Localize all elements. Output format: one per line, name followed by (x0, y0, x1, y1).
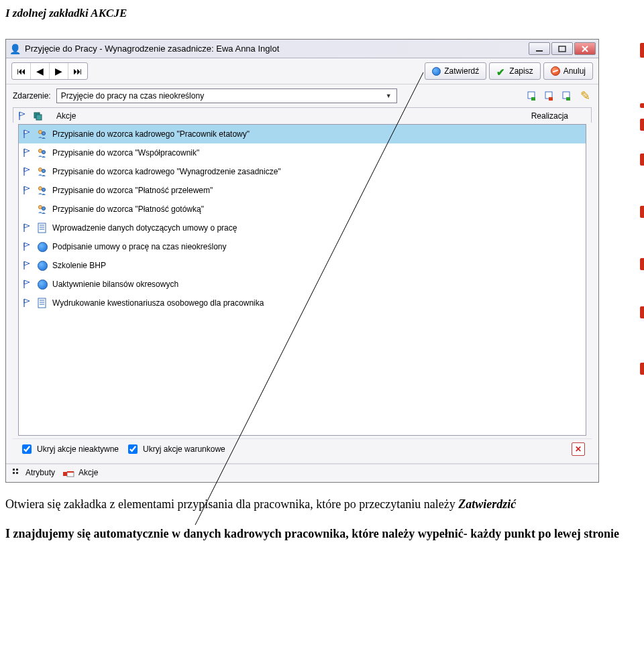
action-row[interactable]: Uaktywnienie bilansów okresowych (19, 275, 586, 294)
info-icon (36, 259, 48, 271)
action-row[interactable]: Przypisanie do wzorca kadrowego "Wynagro… (19, 162, 586, 181)
window-control-buttons (529, 42, 596, 55)
svg-rect-40 (13, 469, 15, 471)
remove-event-icon[interactable] (543, 89, 557, 103)
bottom-options: Ukryj akcje nieaktywne Ukryj akcje warun… (13, 438, 592, 459)
svg-point-14 (38, 130, 42, 133)
confirm-button[interactable]: Zatwierdź (425, 62, 486, 80)
close-button[interactable] (574, 42, 596, 55)
tab-atrybuty[interactable]: Atrybuty (11, 467, 55, 478)
hide-inactive-checkbox[interactable]: Ukryj akcje nieaktywne (19, 442, 119, 456)
action-row[interactable]: Przypisanie do wzorca "Współpracownik" (19, 143, 586, 162)
right-red-markers (640, 43, 644, 375)
nav-next-button[interactable]: ▶ (50, 63, 68, 79)
action-row[interactable]: Przypisanie do wzorca "Płatność gotówką" (19, 200, 586, 219)
action-label: Podpisanie umowy o pracę na czas nieokre… (51, 242, 226, 251)
svg-rect-43 (16, 472, 18, 474)
svg-rect-1 (559, 46, 566, 52)
action-label: Przypisanie do wzorca "Płatność gotówką" (51, 204, 204, 214)
document-icon (36, 297, 48, 309)
event-label: Zdarzenie: (13, 91, 51, 101)
list-header: Akcje Realizacja (13, 107, 592, 123)
action-label: Szkolenie BHP (51, 261, 106, 270)
flag-header-icon (17, 111, 28, 121)
action-row[interactable]: Wprowadzenie danych dotyczących umowy o … (19, 219, 586, 237)
flag-icon (21, 259, 34, 271)
people-icon (36, 203, 48, 215)
flag-icon (21, 222, 34, 234)
tab-akcje-label: Akcje (78, 468, 98, 477)
window-title: Przyjęcie do Pracy - Wynagrodzenie zasad… (25, 44, 529, 54)
people-icon (36, 147, 48, 159)
svg-rect-5 (531, 97, 535, 101)
copy-event-icon[interactable] (561, 89, 574, 103)
edit-event-icon[interactable]: ✎ (578, 89, 592, 103)
action-row[interactable]: Wydrukowanie kwestionariusza osobowego d… (19, 294, 586, 312)
bottom-tabs: Atrybuty Akcje (6, 464, 598, 482)
flag-icon (21, 128, 34, 140)
event-dropdown[interactable]: ▼ (56, 88, 397, 103)
svg-point-21 (42, 169, 45, 172)
tab-atrybuty-label: Atrybuty (25, 468, 55, 477)
app-icon: 👤 (9, 43, 21, 55)
svg-point-26 (42, 206, 45, 210)
action-row[interactable]: Szkolenie BHP (19, 256, 586, 275)
hide-conditional-input[interactable] (128, 444, 138, 454)
event-tool-icons: ✎ (526, 89, 592, 103)
action-label: Wprowadzenie danych dotyczących umowy o … (51, 223, 237, 233)
action-label: Przypisanie do wzorca "Współpracownik" (51, 148, 199, 158)
confirm-label: Zatwierdź (444, 66, 479, 76)
confirm-icon (432, 67, 441, 76)
svg-rect-7 (549, 97, 553, 101)
save-button[interactable]: ✔ Zapisz (489, 62, 540, 80)
hide-inactive-input[interactable] (22, 444, 32, 454)
titlebar: 👤 Przyjęcie do Pracy - Wynagrodzenie zas… (6, 40, 598, 58)
hide-conditional-label: Ukryj akcje warunkowe (143, 444, 225, 454)
nav-last-button[interactable]: ⏭ (68, 63, 87, 79)
tab-akcje[interactable]: Akcje (64, 467, 98, 478)
column-akcje: Akcje (47, 111, 527, 121)
action-row[interactable]: Przypisanie do wzorca kadrowego "Pracown… (19, 125, 586, 143)
doc-zatwierdzic: Zatwierdzić (458, 497, 516, 511)
svg-rect-9 (566, 97, 570, 101)
flag-icon (21, 241, 34, 253)
delete-icon[interactable]: ✕ (572, 442, 585, 456)
action-label: Przypisanie do wzorca kadrowego "Pracown… (51, 129, 250, 139)
svg-rect-44 (67, 472, 74, 477)
doc-paragraph-2: I znajdujemy się automatycznie w danych … (5, 526, 639, 542)
svg-point-18 (42, 150, 45, 154)
hide-conditional-checkbox[interactable]: Ukryj akcje warunkowe (125, 442, 225, 456)
chevron-down-icon: ▼ (384, 93, 394, 99)
document-icon (36, 222, 48, 234)
cancel-label: Anuluj (564, 66, 586, 76)
flag-icon (21, 184, 34, 196)
actions-tab-icon (64, 467, 75, 478)
action-row[interactable]: Przypisanie do wzorca "Płatność przelewe… (19, 181, 586, 200)
action-row[interactable]: Podpisanie umowy o pracę na czas nieokre… (19, 237, 586, 256)
svg-point-15 (42, 131, 45, 135)
event-bar: Zdarzenie: ▼ ✎ (6, 84, 598, 464)
forbid-icon (551, 66, 560, 76)
svg-point-20 (38, 168, 42, 171)
page-heading: I zdolnej zakładki AKCJE (5, 0, 639, 39)
info-icon (36, 278, 48, 290)
nav-first-button[interactable]: ⏮ (12, 63, 31, 79)
flag-icon (21, 166, 34, 178)
people-icon (36, 128, 48, 140)
nav-prev-button[interactable]: ◀ (31, 63, 50, 79)
cancel-button[interactable]: Anuluj (543, 62, 593, 80)
event-input[interactable] (60, 90, 384, 101)
people-icon (36, 184, 48, 196)
minimize-button[interactable] (529, 42, 550, 55)
actions-list[interactable]: Przypisanie do wzorca kadrowego "Pracown… (18, 124, 586, 436)
hide-inactive-label: Ukryj akcje nieaktywne (37, 444, 119, 454)
svg-point-23 (38, 186, 42, 190)
people-icon (36, 166, 48, 178)
check-icon: ✔ (496, 66, 506, 76)
svg-rect-36 (38, 298, 46, 308)
copy-header-icon (32, 111, 43, 121)
action-label: Przypisanie do wzorca kadrowego "Wynagro… (51, 167, 281, 176)
maximize-button[interactable] (551, 42, 573, 55)
add-event-icon[interactable] (526, 89, 539, 103)
flag-icon (21, 147, 34, 159)
